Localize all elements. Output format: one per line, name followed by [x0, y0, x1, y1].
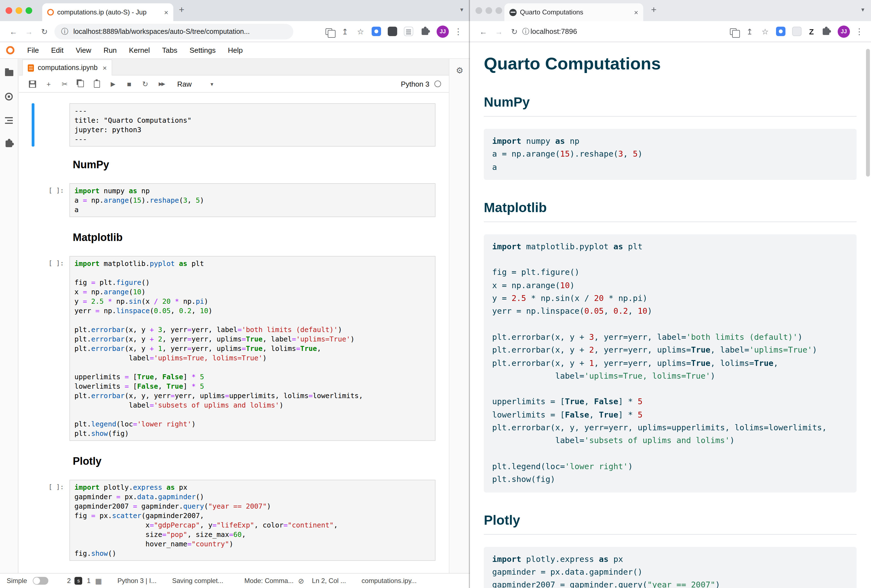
- share-icon[interactable]: ↥: [337, 27, 353, 36]
- profile-avatar[interactable]: JJ: [838, 25, 850, 37]
- restart-run-all-icon[interactable]: ▶▶: [153, 81, 169, 87]
- cell-type-dropdown[interactable]: Raw ▾: [177, 80, 213, 88]
- terminal-count[interactable]: 2: [67, 577, 70, 585]
- site-info-icon[interactable]: ⓘ: [522, 26, 529, 36]
- zoom-window-button[interactable]: [495, 7, 502, 14]
- status-bar: Simple 2 s 1 ▦ Python 3 | I... Saving co…: [0, 573, 470, 588]
- profile-avatar[interactable]: JJ: [437, 25, 449, 37]
- cell-prompt-empty: [19, 103, 69, 146]
- site-favicon-icon: [509, 9, 516, 16]
- back-icon[interactable]: ←: [6, 27, 21, 36]
- close-tab-icon[interactable]: ×: [634, 8, 638, 16]
- extension-dark-icon[interactable]: [388, 27, 397, 36]
- browser-tab-quarto[interactable]: Quarto Computations ×: [504, 3, 643, 21]
- code-block-matplotlib: import matplotlib.pyplot as plt fig = pl…: [484, 234, 856, 492]
- extensions-puzzle-icon[interactable]: [823, 28, 829, 35]
- paste-cells-icon[interactable]: [89, 80, 105, 87]
- raw-cell[interactable]: ---title: "Quarto Computations"jupyter: …: [19, 103, 436, 146]
- save-icon[interactable]: [24, 80, 40, 87]
- plotly-cell-editor[interactable]: import plotly.express as pxgapminder = p…: [69, 480, 436, 561]
- scrollbar[interactable]: [866, 49, 870, 176]
- menu-tabs[interactable]: Tabs: [156, 46, 184, 54]
- table-of-contents-icon[interactable]: [5, 117, 13, 124]
- reload-icon[interactable]: ↻: [507, 27, 522, 36]
- kernel-indicator[interactable]: Python 3: [401, 80, 449, 88]
- editor-mode: Mode: Comma...: [244, 577, 293, 585]
- browser-menu-icon[interactable]: ⋮: [853, 26, 865, 36]
- minimize-window-button[interactable]: [16, 7, 22, 14]
- url-text: localhost:8889/lab/workspaces/auto-S/tre…: [73, 27, 250, 35]
- kernel-status[interactable]: Python 3 | I...: [117, 577, 157, 585]
- new-tab-button[interactable]: +: [651, 4, 657, 16]
- add-cell-icon[interactable]: +: [40, 80, 57, 88]
- menu-kernel[interactable]: Kernel: [123, 46, 156, 54]
- minimize-window-button[interactable]: [485, 7, 492, 14]
- code-cell-numpy[interactable]: [ ]: import numpy as npa = np.arange(15)…: [19, 183, 436, 217]
- notebook-toolbar: + ✂ ▶ ■ ↻ ▶▶ Raw ▾ Python 3: [19, 76, 449, 93]
- bookmark-star-icon[interactable]: ☆: [757, 27, 773, 36]
- kernel-sessions-icon: ▦: [95, 577, 102, 585]
- right-browser-toolbar: ← → ↻ ⓘ localhost:7896 ↥ ☆ Z JJ ⋮: [470, 21, 871, 42]
- extension-camera-icon[interactable]: [372, 27, 381, 36]
- new-tab-button[interactable]: +: [179, 4, 184, 16]
- share-icon[interactable]: ↥: [742, 27, 757, 36]
- extension-doc-icon[interactable]: [404, 27, 413, 36]
- reload-icon[interactable]: ↻: [37, 27, 52, 36]
- menu-edit[interactable]: Edit: [45, 46, 70, 54]
- extension-gray-icon[interactable]: [792, 27, 802, 36]
- running-sessions-icon[interactable]: [5, 93, 13, 100]
- numpy-cell-editor[interactable]: import numpy as npa = np.arange(15).resh…: [69, 183, 436, 217]
- run-cell-icon[interactable]: ▶: [105, 80, 121, 87]
- matplotlib-cell-editor[interactable]: import matplotlib.pyplot as plt fig = pl…: [69, 256, 436, 441]
- forward-icon[interactable]: →: [491, 27, 507, 36]
- simple-mode-toggle[interactable]: [33, 577, 48, 585]
- restart-kernel-icon[interactable]: ↻: [137, 80, 153, 88]
- extensions-puzzle-icon[interactable]: [422, 28, 428, 35]
- site-info-icon[interactable]: ⓘ: [61, 26, 68, 36]
- jupyterlab-menubar: File Edit View Run Kernel Tabs Settings …: [0, 42, 470, 59]
- menu-run[interactable]: Run: [97, 46, 123, 54]
- open-in-new-icon[interactable]: [326, 28, 332, 35]
- url-text[interactable]: localhost:7896: [530, 27, 577, 36]
- extension-manager-icon[interactable]: [6, 140, 12, 147]
- browser-tab-jupyterlab[interactable]: computations.ip (auto-S) - Jup ×: [42, 3, 173, 21]
- menu-settings[interactable]: Settings: [183, 46, 221, 54]
- raw-cell-editor[interactable]: ---title: "Quarto Computations"jupyter: …: [69, 103, 436, 146]
- menu-file[interactable]: File: [21, 46, 45, 54]
- cut-cells-icon[interactable]: ✂: [57, 80, 73, 88]
- close-window-button[interactable]: [476, 7, 482, 14]
- menu-view[interactable]: View: [70, 46, 97, 54]
- open-in-new-icon[interactable]: [730, 28, 737, 35]
- kernel-count[interactable]: 1: [87, 577, 91, 585]
- saving-status: Saving complet...: [172, 577, 223, 585]
- code-cell-plotly[interactable]: [ ]: import plotly.express as pxgapminde…: [19, 480, 436, 561]
- close-tab-icon[interactable]: ×: [164, 8, 168, 16]
- zotero-extension-icon[interactable]: Z: [809, 27, 814, 36]
- close-notebook-tab-icon[interactable]: ×: [102, 64, 107, 72]
- section-plotly: Plotly import plotly.express as pxgapmin…: [484, 512, 856, 588]
- right-activity-bar: ⚙: [449, 59, 470, 573]
- property-inspector-gear-icon[interactable]: ⚙: [456, 66, 464, 573]
- menu-help[interactable]: Help: [221, 46, 249, 54]
- zoom-window-button[interactable]: [25, 7, 32, 14]
- forward-icon[interactable]: →: [21, 27, 37, 36]
- tab-list-chevron-icon[interactable]: ▾: [460, 6, 463, 13]
- simple-mode-label: Simple: [7, 577, 27, 585]
- kernel-idle-icon: [434, 81, 441, 87]
- notebook-tab[interactable]: computations.ipynb ×: [22, 60, 112, 76]
- bookmark-star-icon[interactable]: ☆: [353, 27, 368, 36]
- copy-cells-icon[interactable]: [73, 81, 89, 87]
- close-window-button[interactable]: [6, 7, 12, 14]
- chevron-down-icon: ▾: [211, 81, 213, 87]
- extension-camera-icon[interactable]: [776, 27, 786, 36]
- address-bar[interactable]: ⓘ localhost:8889/lab/workspaces/auto-S/t…: [54, 24, 293, 39]
- interrupt-kernel-icon[interactable]: ■: [121, 80, 137, 88]
- statusbar-filename: computations.ipy...: [362, 577, 417, 585]
- cursor-position[interactable]: Ln 2, Col ...: [312, 577, 346, 585]
- file-browser-icon[interactable]: [5, 70, 13, 76]
- code-cell-matplotlib[interactable]: [ ]: import matplotlib.pyplot as plt fig…: [19, 256, 436, 441]
- back-icon[interactable]: ←: [476, 27, 491, 36]
- browser-menu-icon[interactable]: ⋮: [452, 26, 464, 36]
- left-tabstrip: computations.ip (auto-S) - Jup × + ▾: [0, 0, 470, 21]
- tab-list-chevron-icon[interactable]: ▾: [861, 6, 864, 13]
